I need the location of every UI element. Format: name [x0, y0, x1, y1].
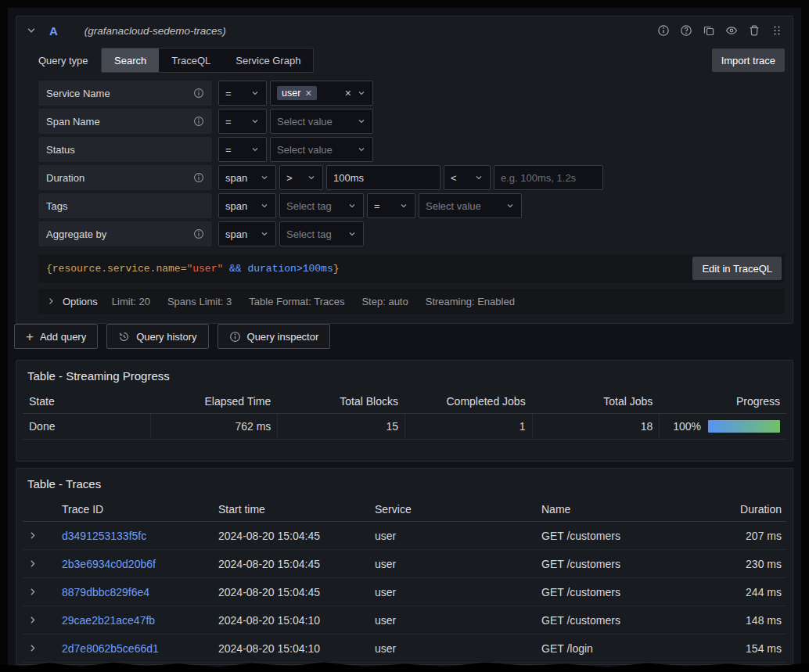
- options-item: Table Format: Traces: [249, 296, 344, 307]
- streaming-table-header: State Elapsed Time Total Blocks Complete…: [23, 389, 786, 414]
- column-header[interactable]: Trace ID: [57, 503, 214, 516]
- service-cell: user: [370, 586, 537, 598]
- select-placeholder: Select value: [277, 144, 333, 156]
- chevron-down-icon: [347, 229, 357, 239]
- plus-icon: +: [26, 330, 34, 343]
- field-label-text: Status: [46, 144, 75, 156]
- duration-max-operator-select[interactable]: <: [444, 165, 491, 190]
- trace-id-link[interactable]: 2b3e6934c0d20b6f: [57, 558, 214, 570]
- duration-scope-select[interactable]: span: [218, 165, 276, 190]
- name-cell: GET /customers: [537, 614, 693, 627]
- info-icon[interactable]: [193, 116, 204, 127]
- expand-row-icon[interactable]: [27, 530, 38, 541]
- duration-min-input[interactable]: [326, 165, 440, 190]
- options-label: Options: [63, 296, 98, 307]
- column-header[interactable]: Name: [537, 503, 693, 516]
- tags-tag-select[interactable]: Select tag: [279, 193, 364, 218]
- column-header[interactable]: Service: [370, 503, 537, 516]
- info-icon[interactable]: [193, 172, 204, 183]
- query-history-button[interactable]: Query history: [106, 324, 208, 349]
- duration-max-input[interactable]: [494, 165, 603, 190]
- query-inspector-button[interactable]: Query inspector: [218, 324, 331, 349]
- column-header[interactable]: Duration: [693, 503, 786, 516]
- operator-value: =: [225, 144, 232, 156]
- aggregate-tag-select[interactable]: Select tag: [279, 221, 364, 246]
- info-icon[interactable]: [193, 228, 204, 239]
- expand-row-icon[interactable]: [27, 559, 38, 569]
- span-name-operator-select[interactable]: =: [218, 109, 267, 134]
- chevron-down-icon: [260, 173, 269, 182]
- traceql-preview-row: {resource.service.name="user" && duratio…: [38, 254, 785, 282]
- column-header[interactable]: Total Jobs: [532, 395, 660, 408]
- duration-min-operator-select[interactable]: >: [279, 165, 323, 190]
- clear-icon[interactable]: ×: [345, 88, 351, 99]
- tags-scope-select[interactable]: span: [218, 193, 276, 218]
- column-header[interactable]: Total Blocks: [277, 395, 404, 408]
- status-row: Status = Select value: [38, 137, 785, 162]
- streaming-table-row: Done 762 ms 15 1 18 100%: [23, 414, 786, 440]
- progress-cell: 100%: [659, 414, 786, 439]
- operator-value: =: [225, 88, 232, 99]
- query-editor-body: Query type Search TraceQL Service Graph …: [16, 45, 793, 323]
- query-actions: [657, 24, 783, 37]
- operator-value: =: [374, 200, 380, 212]
- trace-id-link[interactable]: 29cae2b21ace47fb: [57, 614, 214, 627]
- status-value-select[interactable]: Select value: [270, 137, 373, 162]
- chevron-down-icon: [307, 173, 316, 182]
- operator-value: >: [286, 172, 293, 184]
- column-header[interactable]: Elapsed Time: [150, 395, 278, 408]
- edit-in-traceql-button[interactable]: Edit in TraceQL: [692, 257, 782, 280]
- chevron-down-icon: [357, 88, 366, 98]
- tags-value-select[interactable]: Select value: [419, 193, 522, 218]
- tab-service-graph[interactable]: Service Graph: [223, 49, 313, 72]
- code-token: {resource.service.name=: [46, 263, 186, 275]
- tags-operator-select[interactable]: =: [367, 193, 415, 218]
- chevron-down-icon: [357, 145, 366, 154]
- state-cell: Done: [23, 414, 150, 439]
- field-label-text: Tags: [46, 200, 67, 212]
- trace-id-link[interactable]: 2d7e8062b5ce66d1: [57, 642, 214, 655]
- status-operator-select[interactable]: =: [218, 137, 267, 162]
- expand-row-icon[interactable]: [27, 587, 38, 597]
- chevron-right-icon: [46, 296, 56, 306]
- options-row: Options Limit: 20 Spans Limit: 3 Table F…: [38, 289, 785, 314]
- duration-cell: 207 ms: [693, 530, 786, 542]
- copy-query-icon[interactable]: [703, 24, 715, 37]
- chevron-down-icon: [250, 145, 260, 154]
- panel-title: Table - Traces: [16, 469, 793, 494]
- aggregate-by-label: Aggregate by: [38, 221, 212, 246]
- remove-value-icon[interactable]: ×: [305, 88, 311, 99]
- trace-id-link[interactable]: 8879dbbc829f6e4: [57, 586, 214, 598]
- column-header[interactable]: Completed Jobs: [404, 395, 532, 408]
- help-circle-icon[interactable]: [680, 24, 692, 37]
- tab-traceql[interactable]: TraceQL: [159, 49, 223, 72]
- service-cell: user: [370, 642, 537, 655]
- column-header[interactable]: Start time: [214, 503, 370, 516]
- aggregate-scope-select[interactable]: span: [218, 221, 276, 246]
- import-trace-button[interactable]: Import trace: [712, 49, 785, 72]
- column-header[interactable]: State: [23, 395, 150, 408]
- options-item: Step: auto: [361, 296, 408, 307]
- service-name-operator-select[interactable]: =: [218, 81, 267, 106]
- info-icon[interactable]: [193, 88, 204, 99]
- add-query-button[interactable]: + Add query: [14, 324, 98, 349]
- query-type-row: Query type Search TraceQL Service Graph …: [38, 48, 785, 73]
- expand-row-icon[interactable]: [27, 615, 38, 625]
- info-circle-icon[interactable]: [657, 24, 670, 37]
- name-cell: GET /customers: [537, 530, 693, 542]
- expand-row-icon[interactable]: [27, 643, 38, 653]
- collapse-query-icon[interactable]: [26, 25, 37, 36]
- span-name-value-select[interactable]: Select value: [270, 109, 373, 134]
- drag-handle-icon[interactable]: [771, 24, 783, 37]
- service-name-value-select[interactable]: user × ×: [270, 81, 373, 106]
- options-toggle[interactable]: Options: [46, 296, 98, 307]
- trash-icon[interactable]: [748, 24, 760, 37]
- chevron-down-icon: [347, 201, 357, 210]
- tab-search[interactable]: Search: [102, 49, 159, 72]
- table-row: 2d7e8062b5ce66d1 2024-08-20 15:04:10 use…: [23, 634, 786, 663]
- tags-row: Tags span Select tag = Select value: [38, 193, 785, 218]
- eye-icon[interactable]: [725, 24, 738, 37]
- column-header[interactable]: Progress: [659, 395, 786, 408]
- trace-id-link[interactable]: d3491253133f5fc: [57, 530, 214, 542]
- duration-cell: 230 ms: [693, 558, 786, 570]
